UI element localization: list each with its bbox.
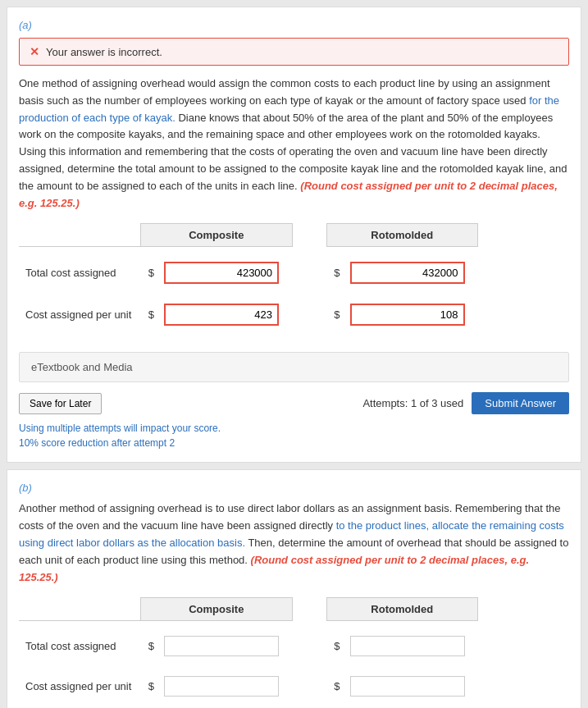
rotomolded-currency-2: $: [326, 299, 343, 331]
rotomolded-input-per-unit[interactable]: [344, 299, 478, 331]
submit-button-a[interactable]: Submit Answer: [472, 392, 569, 414]
section-b: (b) Another method of assigning overhead…: [7, 469, 581, 708]
rotomolded-total-field[interactable]: [350, 262, 465, 284]
error-icon: ✕: [30, 45, 39, 58]
composite-input-per-unit[interactable]: [157, 299, 292, 331]
rotomolded-per-unit-field[interactable]: [350, 304, 465, 326]
composite-currency-1: $: [141, 257, 157, 289]
composite-input-total-b[interactable]: [157, 631, 292, 661]
col-header-rotomolded: Rotomolded: [326, 224, 477, 247]
col-header-composite-b: Composite: [141, 598, 292, 621]
section-a: (a) ✕ Your answer is incorrect. One meth…: [7, 7, 581, 463]
section-a-table: Composite Rotomolded Total cost assigned…: [19, 223, 569, 340]
row-label-total-b: Total cost assigned: [19, 631, 141, 661]
section-a-label: (a): [19, 19, 569, 31]
attempts-submit-a: Attempts: 1 of 3 used Submit Answer: [362, 392, 569, 414]
row-label-per-unit: Cost assigned per unit: [19, 299, 141, 331]
footer-bar-a: Save for Later Attempts: 1 of 3 used Sub…: [19, 392, 569, 414]
composite-currency-2: $: [141, 299, 157, 331]
composite-per-unit-field[interactable]: [164, 304, 279, 326]
col-gap: [292, 224, 326, 247]
composite-total-field[interactable]: [164, 262, 279, 284]
error-message: Your answer is incorrect.: [46, 46, 162, 58]
error-box: ✕ Your answer is incorrect.: [19, 38, 569, 66]
row-label-total: Total cost assigned: [19, 257, 141, 289]
col-header-empty: [19, 224, 141, 247]
attempts-text-a: Attempts: 1 of 3 used: [362, 397, 463, 409]
gap-b: [292, 631, 326, 661]
table-row-b2: Cost assigned per unit $ $: [19, 671, 478, 701]
footer-note-a: Using multiple attempts will impact your…: [19, 421, 569, 450]
rotomolded-currency-b2: $: [326, 671, 343, 701]
col-header-empty-b: [19, 598, 141, 621]
section-b-table: Composite Rotomolded Total cost assigned…: [19, 597, 569, 708]
gap-b2: [292, 671, 326, 701]
col-gap-b: [292, 598, 326, 621]
composite-total-field-b[interactable]: [164, 636, 279, 656]
gap: [292, 257, 326, 289]
row-label-per-unit-b: Cost assigned per unit: [19, 671, 141, 701]
col-header-composite: Composite: [141, 224, 292, 247]
rotomolded-input-total[interactable]: [344, 257, 478, 289]
composite-input-per-unit-b[interactable]: [157, 671, 292, 701]
composite-input-total[interactable]: [157, 257, 292, 289]
composite-per-unit-field-b[interactable]: [164, 676, 279, 697]
composite-currency-b2: $: [141, 671, 157, 701]
table-row: Total cost assigned $ $: [19, 257, 478, 289]
rotomolded-per-unit-field-b[interactable]: [350, 676, 465, 697]
save-button-a[interactable]: Save for Later: [19, 393, 102, 414]
table-row-b1: Total cost assigned $ $: [19, 631, 478, 661]
rotomolded-input-per-unit-b[interactable]: [344, 671, 478, 701]
etextbook-label-a: eTextbook and Media: [31, 361, 133, 373]
rotomolded-total-field-b[interactable]: [350, 636, 465, 656]
col-header-rotomolded-b: Rotomolded: [326, 598, 477, 621]
section-b-description: Another method of assigning overhead is …: [19, 500, 569, 586]
rotomolded-currency-b1: $: [326, 631, 343, 661]
composite-currency-b1: $: [141, 631, 157, 661]
footer-note-line1: Using multiple attempts will impact your…: [19, 421, 569, 436]
rotomolded-input-total-b[interactable]: [344, 631, 478, 661]
footer-note-line2: 10% score reduction after attempt 2: [19, 436, 569, 450]
section-a-description: One method of assigning overhead would a…: [19, 75, 569, 212]
gap: [292, 299, 326, 331]
section-b-label: (b): [19, 482, 569, 494]
etextbook-bar-a: eTextbook and Media: [19, 352, 569, 382]
rotomolded-currency-1: $: [326, 257, 343, 289]
table-row: Cost assigned per unit $ $: [19, 299, 478, 331]
